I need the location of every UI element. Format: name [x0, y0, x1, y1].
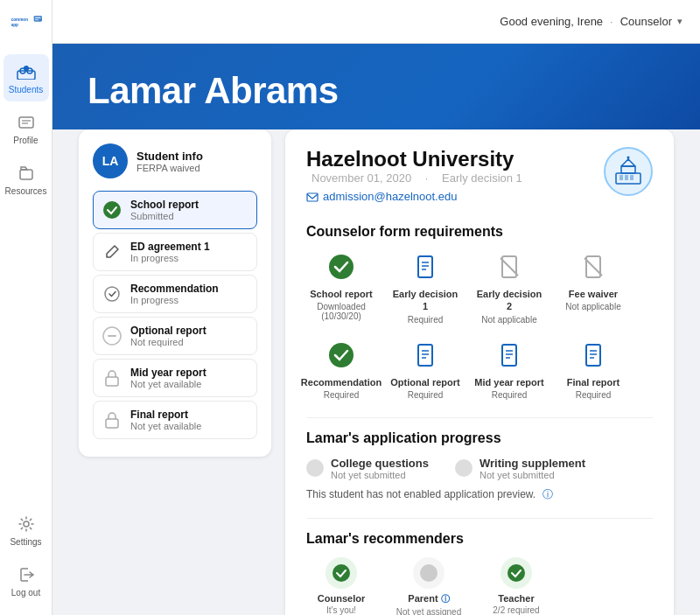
ed-agreement-title: ED agreement 1: [130, 241, 210, 253]
rec-parent: Parent ⓘ Not yet assigned: [394, 557, 464, 615]
optional-dash-icon: [102, 326, 122, 346]
student-name: Lamar Abrams: [88, 70, 665, 112]
checklist-item-final-report[interactable]: Final report Not yet available: [93, 401, 257, 439]
logo: common app: [9, 10, 44, 37]
svg-rect-44: [502, 345, 516, 366]
svg-text:app: app: [10, 23, 18, 27]
writing-supplement-sub: Not yet submitted: [480, 470, 585, 480]
sidebar-item-resources[interactable]: Resources: [4, 156, 49, 203]
svg-rect-48: [586, 345, 600, 366]
req-final-report: Final report Required: [558, 339, 628, 400]
profile-icon: [16, 112, 37, 133]
recommenders-grid: Counselor It's you! Parent ⓘ: [306, 557, 653, 615]
logout-label: Log out: [11, 588, 40, 598]
checklist-item-mid-year[interactable]: Mid year report Not yet available: [93, 359, 257, 397]
user-menu[interactable]: Good evening, Irene · Counselor ▾: [500, 15, 682, 28]
avatar: LA: [93, 143, 128, 178]
svg-rect-23: [620, 175, 623, 180]
svg-rect-19: [106, 377, 118, 386]
svg-point-9: [24, 66, 29, 71]
req-final-sub: Required: [576, 390, 612, 400]
resources-label: Resources: [5, 186, 47, 196]
req-rec-sub: Required: [324, 390, 360, 400]
svg-rect-26: [621, 166, 635, 173]
req-fee-sub: Not applicable: [565, 302, 620, 311]
greeting-text: Good evening, Irene: [500, 15, 603, 28]
svg-rect-31: [418, 256, 432, 277]
req-ed1-label: Early decision 1: [390, 288, 460, 313]
rec-teacher-label: Teacher: [498, 593, 534, 604]
ed-agreement-sub: In progress: [130, 253, 210, 263]
app-progress-section: Lamar's application progress College que…: [306, 430, 653, 502]
rec-parent-icon: [413, 557, 444, 589]
req-early-decision-2: Early decision 2 Not applicable: [474, 250, 544, 325]
final-lock-icon: [102, 410, 122, 430]
checklist-item-school-report[interactable]: School report Submitted: [93, 191, 257, 229]
req-ed1-sub: Required: [408, 315, 444, 325]
svg-rect-13: [20, 170, 32, 179]
req-optional-report: Optional report Required: [390, 339, 460, 400]
preview-note: This student has not enabled application…: [306, 487, 653, 502]
optional-report-title: Optional report: [130, 325, 206, 337]
student-info-text: Student info FERPA waived: [136, 150, 203, 173]
writing-supplement-label: Writing supplement: [480, 457, 585, 470]
cards-row: LA Student info FERPA waived School repo…: [79, 129, 674, 615]
settings-label: Settings: [10, 537, 41, 547]
requirements-grid: School report Downloaded (10/30/20) Earl…: [306, 250, 653, 400]
sidebar-item-settings[interactable]: Settings: [4, 507, 49, 554]
cards-area: LA Student info FERPA waived School repo…: [52, 129, 700, 615]
counselor-form-title: Counselor form requirements: [306, 224, 653, 240]
sidebar-item-profile[interactable]: Profile: [4, 105, 49, 152]
req-fee-waiver: Fee waiver Not applicable: [558, 250, 628, 325]
optional-report-sub: Not required: [130, 337, 206, 347]
university-email[interactable]: admission@hazelnoot.edu: [306, 190, 528, 203]
svg-rect-40: [418, 345, 432, 366]
req-mid-label: Mid year report: [474, 376, 543, 388]
preview-info-icon[interactable]: ⓘ: [542, 488, 553, 500]
svg-text:common: common: [10, 17, 28, 22]
separator: ·: [610, 15, 613, 28]
lock-icon: [102, 368, 122, 388]
sidebar: common app Students Profile Resources: [0, 0, 52, 615]
rec-teacher-sub: 2/2 required 1/2 optional: [493, 605, 539, 615]
university-icon: [604, 147, 653, 196]
svg-point-16: [105, 287, 119, 301]
student-info-label: Student info: [136, 150, 203, 163]
school-report-title: School report: [130, 199, 199, 211]
recommendation-edit-icon: [102, 284, 122, 304]
main-area: Good evening, Irene · Counselor ▾ Lamar …: [52, 0, 700, 615]
settings-icon: [16, 514, 37, 535]
req-mid-year: Mid year report Required: [474, 339, 544, 400]
university-name: Hazelnoot University: [306, 147, 528, 171]
left-card: LA Student info FERPA waived School repo…: [79, 129, 271, 457]
rec-counselor: Counselor It's you!: [306, 557, 376, 615]
req-ed2-sub: Not applicable: [481, 315, 536, 325]
req-rec-label: Recommendation: [301, 376, 382, 388]
chevron-down-icon: ▾: [677, 16, 682, 27]
svg-rect-25: [630, 175, 634, 180]
checklist-item-optional-report[interactable]: Optional report Not required: [93, 317, 257, 355]
req-opt-sub: Required: [408, 390, 444, 400]
checklist-item-recommendation[interactable]: Recommendation In progress: [93, 275, 257, 313]
progress-circle-2: [455, 459, 472, 477]
req-school-label: School report: [310, 288, 373, 300]
mid-year-sub: Not yet available: [130, 379, 206, 389]
final-report-title: Final report: [130, 409, 201, 421]
req-early-decision-1: Early decision 1 Required: [390, 250, 460, 325]
rec-parent-label: Parent ⓘ: [408, 593, 449, 605]
svg-point-54: [508, 564, 525, 582]
parent-info-icon[interactable]: ⓘ: [441, 594, 450, 604]
students-label: Students: [9, 85, 43, 94]
rec-counselor-icon: [326, 557, 357, 589]
sidebar-item-logout[interactable]: Log out: [4, 557, 49, 605]
req-ed2-label: Early decision 2: [474, 288, 544, 313]
progress-circle-1: [306, 459, 324, 477]
rec-parent-sub: Not yet assigned: [396, 607, 462, 615]
checklist-item-ed-agreement[interactable]: ED agreement 1 In progress: [93, 233, 257, 271]
logout-icon: [16, 564, 37, 585]
svg-rect-10: [19, 117, 33, 128]
sidebar-item-students[interactable]: Students: [4, 54, 49, 101]
progress-college-questions: College questions Not yet submitted: [306, 457, 429, 480]
svg-point-39: [329, 343, 354, 367]
school-report-sub: Submitted: [130, 211, 199, 221]
